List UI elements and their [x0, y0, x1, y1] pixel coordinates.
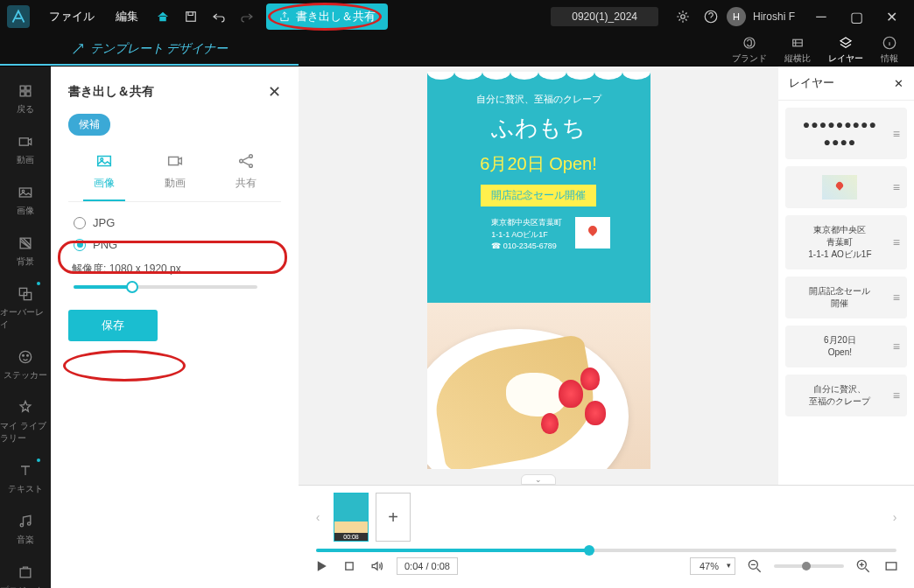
undo-icon[interactable]	[207, 4, 231, 29]
layer-item[interactable]: 自分に贅沢、至福のクレープ ≡	[785, 374, 907, 416]
rail-back[interactable]: 戻る	[0, 74, 51, 124]
minimize-icon[interactable]: ─	[805, 4, 837, 29]
timeline: ‹ 00:08 + › 0:04 / 0:08 47%	[299, 485, 914, 588]
format-png-radio[interactable]: PNG	[74, 238, 281, 251]
user-name: Hiroshi F	[753, 10, 795, 23]
add-page-button[interactable]: +	[376, 493, 411, 542]
rail-overlay[interactable]: オーバーレイ	[0, 276, 51, 340]
layer-item[interactable]: ≡	[785, 166, 907, 208]
filename-field[interactable]: 0920(1)_2024	[551, 7, 658, 26]
svg-rect-24	[168, 157, 178, 164]
svg-point-17	[23, 355, 25, 357]
resolution-slider[interactable]	[74, 285, 257, 289]
slider-thumb[interactable]	[126, 281, 138, 293]
drag-handle-icon[interactable]: ≡	[893, 235, 900, 249]
export-tab-image[interactable]: 画像	[83, 146, 125, 201]
tool-info[interactable]: 情報	[872, 33, 907, 66]
scrubber-thumb[interactable]	[584, 545, 594, 556]
timeline-scrubber[interactable]	[316, 549, 896, 552]
timeline-next-icon[interactable]: ›	[886, 500, 903, 535]
rail-movie[interactable]: 動画	[0, 124, 51, 175]
canvas-banner: 開店記念セール開催	[481, 185, 596, 206]
volume-icon[interactable]	[369, 557, 386, 575]
svg-point-26	[249, 155, 252, 158]
svg-rect-28	[346, 563, 353, 570]
export-panel: 書き出し＆共有 ✕ 候補 画像 動画 共有 JPG PNG 解像度: 1080 …	[51, 66, 299, 588]
save-icon[interactable]	[179, 4, 203, 29]
svg-point-18	[27, 355, 29, 357]
canvas-title: ふわもち	[427, 113, 650, 144]
stop-icon[interactable]	[341, 557, 358, 575]
play-icon[interactable]	[313, 557, 330, 575]
svg-rect-15	[24, 292, 31, 299]
home-icon[interactable]	[151, 4, 175, 29]
canvas-area: 自分に贅沢、至福のクレープ ふわもち 6月20日 Open! 開店記念セール開催…	[299, 66, 778, 485]
timeline-thumb[interactable]: 00:08	[334, 493, 369, 542]
svg-rect-8	[20, 92, 25, 96]
rail-sticker[interactable]: ステッカー	[0, 340, 51, 390]
zoom-in-icon[interactable]	[854, 557, 872, 575]
close-icon[interactable]: ✕	[875, 4, 907, 29]
designer-bar: テンプレート デザイナー ブランド 縦横比 レイヤー 情報	[0, 33, 914, 66]
drag-handle-icon[interactable]: ≡	[893, 340, 900, 354]
canvas-expand-icon[interactable]: ⌄	[521, 474, 556, 485]
rail-music[interactable]: 音楽	[0, 504, 51, 555]
svg-rect-14	[19, 288, 26, 295]
fit-icon[interactable]	[882, 557, 900, 575]
menu-edit[interactable]: 編集	[107, 5, 147, 28]
export-tab-share[interactable]: 共有	[225, 146, 267, 201]
app-logo[interactable]	[7, 5, 30, 28]
layers-list: ●●●●●●●●●●●●● ≡ ≡ 東京都中央区青葉町1-1-1 AOビル1F …	[778, 101, 914, 485]
svg-rect-10	[19, 138, 28, 145]
rail-bg[interactable]: 背景	[0, 226, 51, 276]
layer-item[interactable]: 開店記念セール開催 ≡	[785, 276, 907, 318]
settings-icon[interactable]	[671, 4, 695, 29]
save-button[interactable]: 保存	[68, 310, 158, 341]
maximize-icon[interactable]: ▢	[840, 4, 872, 29]
zoom-out-icon[interactable]	[746, 557, 763, 575]
tool-brand[interactable]: ブランド	[723, 33, 776, 66]
svg-point-16	[19, 351, 31, 362]
export-panel-close-icon[interactable]: ✕	[268, 82, 281, 102]
user-avatar[interactable]: H	[727, 7, 746, 26]
layer-text: 開店記念セール開催	[792, 285, 888, 310]
format-jpg-radio[interactable]: JPG	[74, 216, 281, 229]
drag-handle-icon[interactable]: ≡	[893, 290, 900, 304]
drag-handle-icon[interactable]: ≡	[893, 388, 900, 402]
export-tab-movie[interactable]: 動画	[154, 146, 196, 201]
thumb-duration: 00:08	[334, 533, 368, 541]
rail-image[interactable]: 画像	[0, 175, 51, 226]
export-share-button[interactable]: 書き出し＆共有	[266, 4, 388, 30]
rail-mylib[interactable]: マイ ライブラリー	[0, 390, 51, 453]
rail-project[interactable]: プロジェクト	[0, 555, 51, 588]
drag-handle-icon[interactable]: ≡	[893, 127, 900, 141]
layer-text: 6月20日Open!	[792, 334, 888, 359]
svg-rect-6	[20, 86, 25, 90]
candidate-badge[interactable]: 候補	[68, 114, 110, 136]
layers-close-icon[interactable]: ✕	[894, 77, 903, 90]
zoom-select[interactable]: 47%	[690, 557, 735, 575]
zoom-slider[interactable]	[774, 564, 844, 568]
layer-item[interactable]: 東京都中央区青葉町1-1-1 AOビル1F ≡	[785, 215, 907, 270]
svg-rect-31	[886, 563, 896, 570]
svg-rect-0	[186, 12, 196, 22]
redo-icon[interactable]	[235, 4, 259, 29]
rail-text[interactable]: テキスト	[0, 453, 51, 504]
help-icon[interactable]	[699, 4, 723, 29]
svg-rect-22	[97, 157, 110, 166]
svg-point-1	[681, 15, 686, 19]
canvas-photo	[427, 303, 650, 469]
design-canvas[interactable]: 自分に贅沢、至福のクレープ ふわもち 6月20日 Open! 開店記念セール開催…	[427, 72, 650, 469]
tool-layer[interactable]: レイヤー	[819, 33, 872, 66]
layer-item[interactable]: ●●●●●●●●●●●●● ≡	[785, 108, 907, 159]
svg-rect-21	[20, 569, 31, 578]
drag-handle-icon[interactable]: ≡	[893, 180, 900, 194]
layers-title: レイヤー	[789, 75, 834, 91]
svg-point-19	[20, 524, 23, 527]
top-menu-bar: ファイル 編集 書き出し＆共有 0920(1)_2024 H Hiroshi F…	[0, 0, 914, 33]
timeline-prev-icon[interactable]: ‹	[309, 500, 327, 535]
svg-point-27	[249, 164, 252, 168]
tool-ratio[interactable]: 縦横比	[776, 33, 819, 66]
menu-file[interactable]: ファイル	[40, 5, 103, 28]
layer-item[interactable]: 6月20日Open! ≡	[785, 326, 907, 368]
